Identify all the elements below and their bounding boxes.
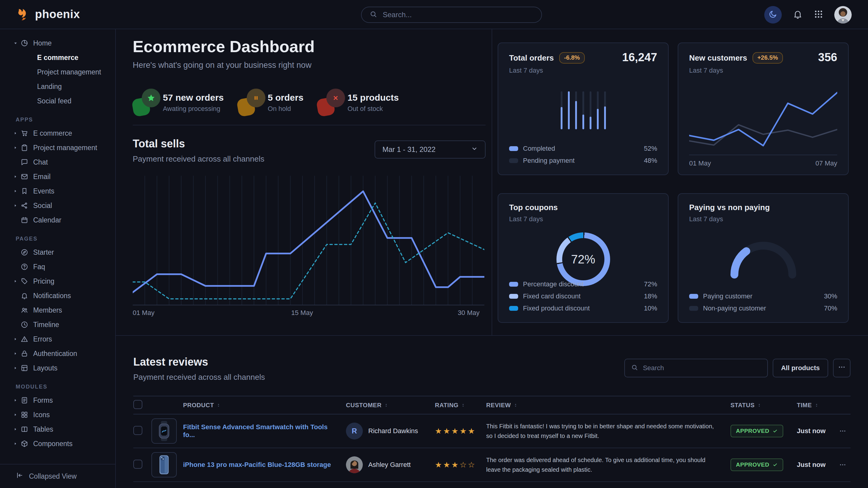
reviews-more-button[interactable] (833, 359, 850, 378)
rating-stars: ★★★★★ (435, 426, 476, 435)
sidebar-subitem-project-management[interactable]: Project management (0, 65, 115, 79)
sidebar-item-e-commerce[interactable]: E commerce (0, 126, 115, 140)
product-thumbnail[interactable] (151, 418, 177, 444)
row-actions-button[interactable] (839, 427, 851, 435)
product-link[interactable]: Fitbit Sense Advanced Smartwatch with To… (183, 423, 328, 438)
status-badge: APPROVED (731, 425, 783, 437)
sidebar-item-label: Pricing (33, 277, 54, 286)
sidebar-item-timeline[interactable]: Timeline (0, 317, 115, 332)
brand[interactable]: phoenix (0, 7, 80, 22)
sidebar-item-label: E commerce (33, 129, 72, 137)
legend-item-completed: Completed52% (509, 142, 657, 155)
total-orders-card: Total orders -6.8% Last 7 days 16,247 Co… (498, 42, 669, 175)
x-tick: 01 May (133, 309, 154, 317)
row-checkbox[interactable] (133, 426, 142, 435)
stat-caption: Out of stock (347, 105, 399, 113)
sidebar-item-home[interactable]: Home (0, 36, 115, 50)
row-checkbox[interactable] (133, 460, 142, 469)
sidebar-item-layouts[interactable]: Layouts (0, 361, 115, 375)
global-search-input[interactable] (382, 10, 533, 19)
select-all-checkbox[interactable] (133, 400, 142, 409)
sort-icon[interactable] (814, 403, 819, 408)
paying-gauge-chart (724, 234, 803, 280)
card-title: Paying vs non paying (689, 203, 770, 212)
clipboard-icon (21, 144, 28, 152)
apps-menu-button[interactable] (814, 9, 824, 20)
profile-avatar[interactable] (834, 6, 852, 24)
sidebar-item-components[interactable]: Components (0, 436, 115, 451)
sidebar-item-faq[interactable]: Faq (0, 260, 115, 274)
sidebar-item-tables[interactable]: Tables (0, 422, 115, 436)
all-products-button[interactable]: All products (773, 359, 828, 378)
product-link[interactable]: iPhone 13 pro max-Pacific Blue-128GB sto… (183, 461, 340, 468)
card-period: Last 7 days (509, 67, 657, 74)
sidebar-item-authentication[interactable]: Authentication (0, 346, 115, 361)
legend-value: 48% (644, 157, 657, 165)
sidebar-item-pricing[interactable]: Pricing (0, 274, 115, 289)
legend-label: Fixed card discount (523, 292, 581, 300)
column-header-customer: CUSTOMER (346, 402, 435, 409)
legend-value: 18% (644, 292, 657, 300)
theme-toggle-button[interactable] (764, 6, 782, 24)
caret-right-icon (13, 398, 20, 402)
legend-swatch (509, 294, 518, 299)
sidebar-item-events[interactable]: Events (0, 184, 115, 198)
lock-icon (21, 350, 28, 357)
sidebar-item-calendar[interactable]: Calendar (0, 213, 115, 227)
sidebar-item-starter[interactable]: Starter (0, 245, 115, 260)
sidebar-subitem-landing[interactable]: Landing (0, 79, 115, 94)
reviews-search[interactable] (624, 359, 768, 378)
caret-right-icon (13, 413, 20, 417)
review-text: This Fitbit is fantastic! I was trying t… (486, 421, 731, 441)
sort-icon[interactable] (757, 403, 762, 408)
collapse-view-button[interactable]: Collapsed View (0, 464, 115, 488)
sort-icon[interactable] (513, 403, 518, 408)
sidebar-subitem-social-feed[interactable]: Social feed (0, 94, 115, 108)
paying-legend: Paying customer30%Non-paying customer70% (689, 290, 837, 314)
sidebar-item-social[interactable]: Social (0, 198, 115, 213)
orders-legend: Completed52%Pending payment48% (509, 142, 657, 167)
paying-card: Paying vs non paying Last 7 days Paying … (678, 193, 849, 323)
calendar-icon (21, 216, 28, 224)
legend-label: Fixed product discount (523, 304, 590, 312)
legend-value: 72% (644, 280, 657, 288)
product-thumbnail[interactable] (151, 452, 177, 478)
sort-icon[interactable] (461, 403, 465, 408)
sidebar-item-notifications[interactable]: Notifications (0, 289, 115, 303)
sidebar-item-errors[interactable]: Errors (0, 332, 115, 346)
card-period: Last 7 days (689, 215, 837, 223)
card-period: Last 7 days (509, 215, 657, 223)
card-period: Last 7 days (689, 67, 837, 74)
sidebar-item-icons[interactable]: Icons (0, 408, 115, 422)
sidebar-item-members[interactable]: Members (0, 303, 115, 317)
date-range-select[interactable]: Mar 1 - 31, 2022 (375, 140, 486, 159)
row-actions-button[interactable] (839, 461, 851, 468)
bell-icon (21, 292, 28, 300)
sidebar-item-chat[interactable]: Chat (0, 155, 115, 169)
divider (133, 125, 486, 125)
sort-icon[interactable] (384, 403, 389, 408)
sidebar-subitem-e-commerce[interactable]: E commerce (0, 50, 115, 65)
caret-right-icon (13, 352, 20, 356)
sidebar-item-email[interactable]: Email (0, 169, 115, 184)
column-header-time: TIME (797, 402, 839, 409)
chevron-down-icon (471, 145, 478, 154)
layout-icon (21, 364, 28, 372)
notifications-button[interactable] (793, 9, 803, 20)
reviews-search-input[interactable] (642, 364, 761, 372)
legend-item-fixed-product-discount: Fixed product discount10% (509, 302, 657, 314)
sidebar: HomeE commerceProject managementLandingS… (0, 29, 116, 488)
sidebar-item-forms[interactable]: Forms (0, 393, 115, 408)
orders-bar-chart (561, 91, 606, 129)
x-tick: 07 May (815, 159, 837, 167)
legend-swatch (509, 306, 518, 311)
top-coupons-card: Top coupons Last 7 days 72% Percentage d… (498, 193, 669, 323)
legend-value: 10% (644, 304, 657, 312)
main-content: Ecommerce Dashboard Here's what's going … (116, 29, 868, 488)
global-search[interactable] (361, 7, 542, 23)
legend-item-non-paying-customer: Non-paying customer70% (689, 302, 837, 314)
sort-icon[interactable] (216, 403, 221, 408)
card-value: 356 (818, 51, 837, 64)
sidebar-item-project-management[interactable]: Project management (0, 140, 115, 155)
review-time: Just now (797, 427, 839, 435)
